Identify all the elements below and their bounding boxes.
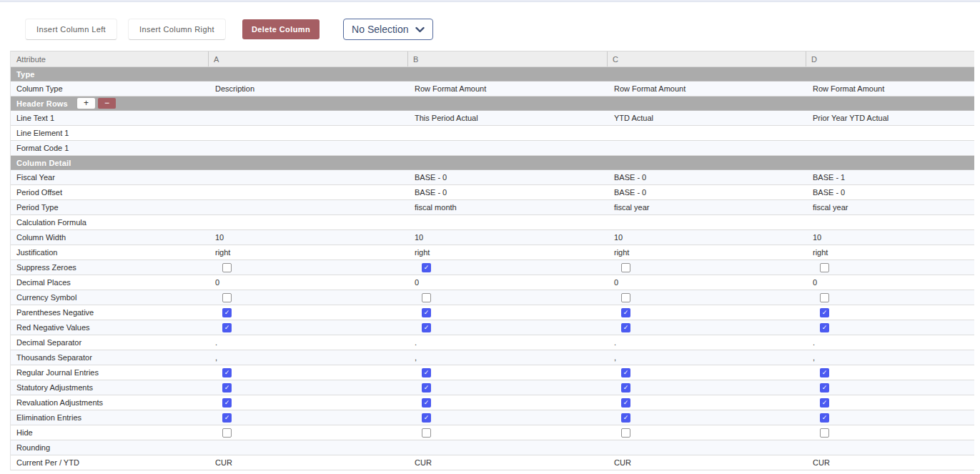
cell-justification-b[interactable]: right [407,245,607,260]
cell-red-negative-values-a[interactable]: ✓ [208,320,407,335]
cell-hide-d[interactable] [806,425,974,440]
selection-dropdown[interactable]: No Selection [343,19,432,40]
checkbox-red-negative-values-b[interactable]: ✓ [422,323,431,332]
cell-revaluation-adjustments-b[interactable]: ✓ [407,395,607,410]
checkbox-red-negative-values-d[interactable]: ✓ [820,323,829,332]
cell-period-offset-a[interactable] [208,185,407,199]
cell-regular-journal-entries-a[interactable]: ✓ [208,365,407,380]
cell-elimination-entries-b[interactable]: ✓ [407,410,607,425]
cell-period-type-d[interactable]: fiscal year [806,200,974,214]
checkbox-regular-journal-entries-b[interactable]: ✓ [422,368,431,377]
cell-statutory-adjustments-a[interactable]: ✓ [208,380,407,395]
cell-justification-a[interactable]: right [208,245,407,260]
cell-currency-symbol-a[interactable] [208,290,407,305]
cell-column-width-a[interactable]: 10 [208,230,407,245]
cell-line-text-1-b[interactable]: This Period Actual [407,111,607,125]
cell-period-type-b[interactable]: fiscal month [407,200,607,214]
checkbox-suppress-zeroes-d[interactable] [820,263,829,272]
cell-hide-a[interactable] [208,425,407,440]
cell-fiscal-year-d[interactable]: BASE - 1 [806,170,974,184]
cell-column-width-b[interactable]: 10 [407,230,607,245]
cell-suppress-zeroes-a[interactable] [208,260,407,275]
checkbox-parentheses-negative-a[interactable]: ✓ [222,308,232,317]
cell-format-code-1-d[interactable] [806,141,974,155]
checkbox-statutory-adjustments-a[interactable]: ✓ [222,383,232,392]
cell-parentheses-negative-a[interactable]: ✓ [208,305,407,320]
cell-column-width-d[interactable]: 10 [806,230,974,245]
cell-format-code-1-c[interactable] [607,141,806,155]
cell-revaluation-adjustments-a[interactable]: ✓ [208,395,407,410]
checkbox-red-negative-values-c[interactable]: ✓ [621,323,630,332]
checkbox-parentheses-negative-c[interactable]: ✓ [621,308,630,317]
cell-rounding-a[interactable] [208,440,407,455]
cell-decimal-separator-a[interactable]: . [208,335,407,350]
cell-line-element-1-a[interactable] [208,126,407,140]
checkbox-hide-b[interactable] [422,428,431,438]
cell-column-type-d[interactable]: Row Format Amount [806,82,974,96]
cell-suppress-zeroes-c[interactable] [607,260,806,275]
cell-statutory-adjustments-b[interactable]: ✓ [407,380,607,395]
cell-calculation-formula-b[interactable] [407,215,607,229]
cell-regular-journal-entries-d[interactable]: ✓ [806,365,974,380]
cell-thousands-separator-d[interactable]: , [806,350,974,365]
cell-decimal-separator-c[interactable]: . [607,335,806,350]
cell-current-per-ytd-d[interactable]: CUR [806,455,974,470]
cell-rounding-c[interactable] [607,440,806,455]
checkbox-revaluation-adjustments-a[interactable]: ✓ [222,398,232,408]
insert-column-left-button[interactable]: Insert Column Left [25,19,117,40]
cell-statutory-adjustments-c[interactable]: ✓ [607,380,806,395]
cell-line-element-1-c[interactable] [607,126,806,140]
checkbox-elimination-entries-c[interactable]: ✓ [621,413,630,423]
checkbox-red-negative-values-a[interactable]: ✓ [222,323,232,332]
checkbox-hide-c[interactable] [621,428,630,438]
cell-decimal-places-d[interactable]: 0 [806,275,974,290]
checkbox-elimination-entries-d[interactable]: ✓ [820,413,829,423]
cell-red-negative-values-d[interactable]: ✓ [806,320,974,335]
cell-line-text-1-d[interactable]: Prior Year YTD Actual [806,111,974,125]
checkbox-revaluation-adjustments-b[interactable]: ✓ [422,398,431,408]
cell-decimal-separator-b[interactable]: . [407,335,607,350]
cell-thousands-separator-b[interactable]: , [407,350,607,365]
cell-line-text-1-c[interactable]: YTD Actual [607,111,806,125]
checkbox-regular-journal-entries-a[interactable]: ✓ [222,368,232,377]
cell-decimal-places-c[interactable]: 0 [607,275,806,290]
cell-red-negative-values-b[interactable]: ✓ [407,320,607,335]
checkbox-regular-journal-entries-d[interactable]: ✓ [820,368,829,377]
delete-column-button[interactable]: Delete Column [242,19,320,39]
cell-justification-d[interactable]: right [806,245,974,260]
cell-current-per-ytd-b[interactable]: CUR [407,455,607,470]
checkbox-hide-d[interactable] [820,428,829,438]
cell-line-text-1-a[interactable] [208,111,407,125]
cell-column-type-c[interactable]: Row Format Amount [607,82,806,96]
cell-decimal-places-a[interactable]: 0 [208,275,407,290]
checkbox-currency-symbol-c[interactable] [621,293,630,302]
cell-justification-c[interactable]: right [607,245,806,260]
cell-decimal-separator-d[interactable]: . [806,335,974,350]
add-header-row-button[interactable]: + [77,98,95,109]
cell-decimal-places-b[interactable]: 0 [407,275,607,290]
checkbox-currency-symbol-b[interactable] [422,293,431,302]
checkbox-hide-a[interactable] [222,428,232,438]
cell-regular-journal-entries-c[interactable]: ✓ [607,365,806,380]
cell-calculation-formula-c[interactable] [607,215,806,229]
cell-thousands-separator-a[interactable]: , [208,350,407,365]
cell-column-type-a[interactable]: Description [208,82,407,96]
cell-current-per-ytd-a[interactable]: CUR [208,455,407,470]
cell-suppress-zeroes-b[interactable]: ✓ [407,260,607,275]
cell-red-negative-values-c[interactable]: ✓ [607,320,806,335]
cell-period-offset-d[interactable]: BASE - 0 [806,185,974,199]
checkbox-statutory-adjustments-b[interactable]: ✓ [422,383,431,392]
cell-revaluation-adjustments-c[interactable]: ✓ [607,395,806,410]
cell-fiscal-year-c[interactable]: BASE - 0 [607,170,806,184]
cell-parentheses-negative-c[interactable]: ✓ [607,305,806,320]
cell-parentheses-negative-b[interactable]: ✓ [407,305,607,320]
cell-elimination-entries-d[interactable]: ✓ [806,410,974,425]
cell-period-type-c[interactable]: fiscal year [607,200,806,214]
cell-current-per-ytd-c[interactable]: CUR [607,455,806,470]
insert-column-right-button[interactable]: Insert Column Right [128,19,226,40]
cell-hide-b[interactable] [407,425,607,440]
cell-parentheses-negative-d[interactable]: ✓ [806,305,974,320]
cell-calculation-formula-d[interactable] [806,215,974,229]
cell-line-element-1-b[interactable] [407,126,607,140]
checkbox-suppress-zeroes-c[interactable] [621,263,630,272]
